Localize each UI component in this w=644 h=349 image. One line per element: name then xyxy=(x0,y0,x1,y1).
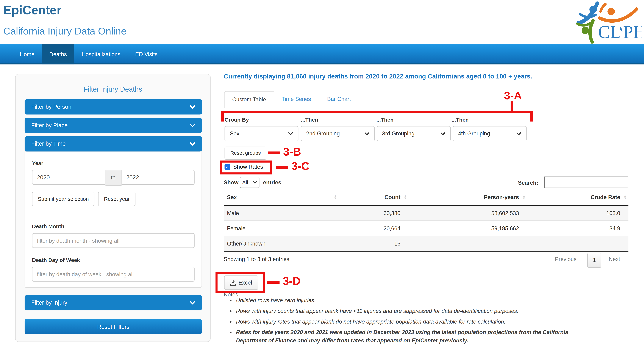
logo-figure-orange xyxy=(600,9,636,21)
annotation-3b-dash xyxy=(268,152,280,154)
then-label-2: ...Then xyxy=(301,116,318,123)
entries-select[interactable]: All xyxy=(240,177,260,188)
chevron-down-icon xyxy=(364,132,370,135)
death-day-input[interactable] xyxy=(32,267,194,282)
third-grouping-select[interactable]: 3rd Grouping xyxy=(377,126,451,141)
accordion-filter-by-person[interactable]: Filter by Person xyxy=(25,100,202,115)
tab-bar-chart[interactable]: Bar Chart xyxy=(327,91,351,107)
sort-icon: ▲▼ xyxy=(522,195,526,200)
column-header-sex[interactable]: Sex▲▼ xyxy=(224,190,338,205)
then-label-3: ...Then xyxy=(376,116,394,123)
table-header-row: Sex▲▼ Count▲▼ Person-years▲▼ Crude Rate▲… xyxy=(224,190,628,205)
accordion-filter-by-injury[interactable]: Filter by Injury xyxy=(25,295,202,310)
accordion-label: Filter by Injury xyxy=(31,295,67,310)
group-by-select[interactable]: Sex xyxy=(224,126,298,141)
tab-custom-table[interactable]: Custom Table xyxy=(224,91,274,108)
year-to-input[interactable] xyxy=(121,170,194,185)
cell-crude-rate: 103.0 xyxy=(527,205,628,221)
reset-year-button[interactable]: Reset year xyxy=(98,192,136,206)
search-input[interactable] xyxy=(544,176,628,188)
filter-by-time-body: Year to Submit year selection Reset year… xyxy=(25,152,202,288)
cell-sex: Female xyxy=(224,221,338,236)
nav-item-ed-visits[interactable]: ED Visits xyxy=(128,44,165,64)
select-value: Sex xyxy=(230,130,239,137)
annotation-3d-label: 3-D xyxy=(283,275,301,288)
accordion-label: Filter by Time xyxy=(31,136,66,152)
nav-item-home[interactable]: Home xyxy=(12,44,42,64)
table-row: Male 60,380 58,602,533 103.0 xyxy=(224,205,628,221)
accordion-filter-by-place[interactable]: Filter by Place xyxy=(25,118,202,133)
cell-count: 20,664 xyxy=(338,221,408,236)
note-item: Rows with injury rates that appear blank… xyxy=(236,318,630,326)
divider xyxy=(32,215,194,215)
select-value: 3rd Grouping xyxy=(382,130,414,137)
results-table: Sex▲▼ Count▲▼ Person-years▲▼ Crude Rate▲… xyxy=(224,190,628,252)
chevron-down-icon xyxy=(440,132,445,135)
cell-count: 60,380 xyxy=(338,205,408,221)
cell-sex: Other/Unknown xyxy=(224,236,338,251)
table-row: Other/Unknown 16 xyxy=(224,236,628,251)
annotation-3b-label: 3-B xyxy=(283,146,301,158)
nav-item-deaths[interactable]: Deaths xyxy=(42,44,74,64)
second-grouping-select[interactable]: 2nd Grouping xyxy=(301,126,375,141)
sort-icon: ▲▼ xyxy=(334,195,337,200)
show-rates-checkbox[interactable]: ✓ xyxy=(224,164,230,170)
death-month-input[interactable] xyxy=(32,233,194,248)
column-header-count[interactable]: Count▲▼ xyxy=(338,190,408,205)
cell-person-years xyxy=(408,236,527,251)
annotation-3c-label: 3-C xyxy=(292,160,309,173)
page: EpiCenter California Injury Data Online … xyxy=(0,0,644,349)
annotation-3a-bracket-left xyxy=(221,111,224,122)
annotation-3a-bracket-bar xyxy=(221,111,533,113)
sort-icon: ▲▼ xyxy=(624,195,627,200)
note-item: Unlisted rows have zero injuries. xyxy=(236,296,630,305)
chevron-down-icon xyxy=(288,132,293,135)
pagination-previous[interactable]: Previous xyxy=(555,256,576,262)
column-label: Person-years xyxy=(484,194,519,200)
reset-filters-button[interactable]: Reset Filters xyxy=(25,319,202,334)
chevron-down-icon xyxy=(516,132,521,135)
note-line: Department of Finance and may differ fro… xyxy=(236,337,630,345)
submit-year-button[interactable]: Submit year selection xyxy=(32,192,94,206)
cell-person-years: 59,185,662 xyxy=(408,221,527,236)
accordion-label: Filter by Person xyxy=(31,100,72,115)
death-day-label: Death Day of Week xyxy=(32,257,194,263)
pagination-page-1[interactable]: 1 xyxy=(587,253,602,268)
show-rates-label: Show Rates xyxy=(233,164,263,170)
fourth-grouping-select[interactable]: 4th Grouping xyxy=(453,126,527,141)
column-header-person-years[interactable]: Person-years▲▼ xyxy=(408,190,527,205)
annotation-3a-label: 3-A xyxy=(504,90,522,102)
pagination-next[interactable]: Next xyxy=(609,256,620,262)
chevron-down-icon xyxy=(190,301,195,305)
select-value: 2nd Grouping xyxy=(306,130,340,137)
page-title: EpiCenter xyxy=(3,3,62,17)
cell-count: 16 xyxy=(338,236,408,251)
year-from-input[interactable] xyxy=(32,170,105,185)
accordion-filter-by-time[interactable]: Filter by Time xyxy=(25,136,202,152)
notes-list: Unlisted rows have zero injuries. Rows w… xyxy=(227,296,630,347)
column-header-crude-rate[interactable]: Crude Rate▲▼ xyxy=(527,190,628,205)
annotation-3a-connector xyxy=(510,101,513,111)
sort-icon: ▲▼ xyxy=(404,195,407,200)
page-subtitle: California Injury Data Online xyxy=(3,26,126,37)
death-month-label: Death Month xyxy=(32,224,194,230)
cdph-logo: CDPH xyxy=(575,0,642,44)
year-range-group: to xyxy=(32,170,194,186)
note-item-bold: Rates for data years 2020 and 2021 were … xyxy=(236,328,630,345)
accordion-label: Filter by Place xyxy=(31,118,68,133)
cell-crude-rate xyxy=(527,236,628,251)
then-label-4: ...Then xyxy=(452,116,469,123)
nav-item-hospitalizations[interactable]: Hospitalizations xyxy=(74,44,128,64)
table-summary: Showing 1 to 3 of 3 entries xyxy=(224,256,289,262)
cell-crude-rate: 34.9 xyxy=(527,221,628,236)
reset-groups-button[interactable]: Reset groups xyxy=(224,146,266,160)
chevron-down-icon xyxy=(190,123,195,128)
search-label: Search: xyxy=(518,180,538,186)
show-entries-prefix: Show xyxy=(224,180,238,186)
year-label: Year xyxy=(32,160,194,166)
cell-sex: Male xyxy=(224,205,338,221)
column-label: Count xyxy=(384,194,400,200)
annotation-3d-dash xyxy=(267,281,280,284)
tab-time-series[interactable]: Time Series xyxy=(282,91,311,107)
select-value: All xyxy=(242,180,248,186)
